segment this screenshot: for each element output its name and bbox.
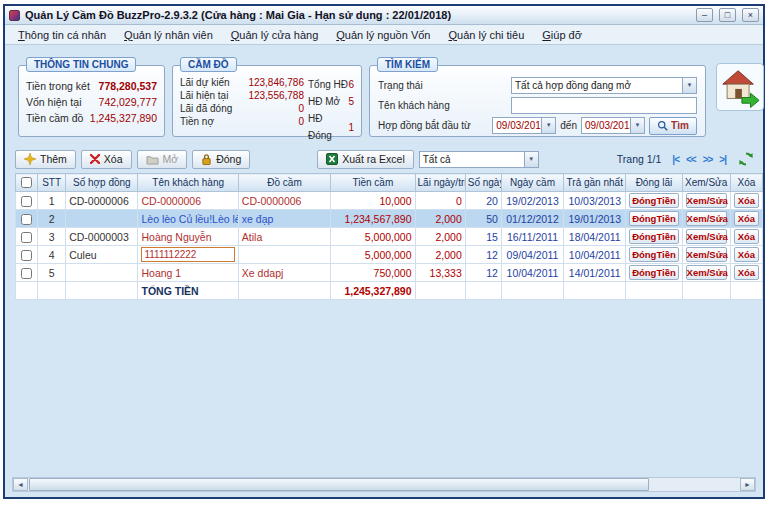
menu-capital[interactable]: Quản lý nguồn Vốn — [327, 26, 439, 44]
refresh-button[interactable] — [737, 150, 755, 168]
view-edit-button[interactable]: Xem/Sửa — [686, 247, 727, 262]
delete-row-button[interactable]: Xóa — [734, 193, 759, 208]
minimize-button[interactable]: – — [696, 8, 713, 22]
page-prev-button[interactable]: << — [686, 154, 696, 165]
pay-interest-button[interactable]: ĐóngTiền — [629, 229, 678, 244]
row-checkbox[interactable] — [21, 214, 32, 225]
cell-customer[interactable]: Hoang 1 — [138, 264, 238, 282]
cell-contract[interactable]: CD-0000003 — [66, 228, 138, 246]
cell-item[interactable]: Xe ddapj — [238, 264, 330, 282]
header-item[interactable]: Đồ cầm — [238, 174, 330, 192]
delete-row-button[interactable]: Xóa — [734, 247, 759, 262]
header-delete[interactable]: Xóa — [730, 174, 762, 192]
cell-stt[interactable]: 5 — [38, 264, 66, 282]
delete-row-button[interactable]: Xóa — [734, 229, 759, 244]
cell-last-payment[interactable]: 18/04/2011 — [564, 228, 626, 246]
cell-contract[interactable]: CD-0000006 — [66, 192, 138, 210]
delete-row-button[interactable]: Xóa — [734, 211, 759, 226]
cell-last-payment[interactable]: 19/01/2013 — [564, 210, 626, 228]
date-from-select[interactable]: 09/03/2010 ▼ — [492, 117, 556, 134]
cell-stt[interactable]: 3 — [38, 228, 66, 246]
page-first-button[interactable]: |< — [672, 154, 679, 165]
cell-pawn-date[interactable]: 09/04/2011 — [501, 246, 563, 264]
cell-rate[interactable]: 2,000 — [415, 246, 465, 264]
header-days[interactable]: Số ngày — [465, 174, 501, 192]
cell-item[interactable] — [238, 246, 330, 264]
cell-days[interactable]: 15 — [465, 228, 501, 246]
cell-contract[interactable]: Culeu — [66, 246, 138, 264]
horizontal-scrollbar[interactable]: ◄ ► — [12, 477, 756, 492]
status-select[interactable]: Tất cả hợp đồng đang mở ▼ — [511, 77, 697, 94]
scroll-right-icon[interactable]: ► — [740, 478, 755, 491]
cell-item[interactable]: Atila — [238, 228, 330, 246]
pay-interest-button[interactable]: ĐóngTiền — [629, 193, 678, 208]
cell-customer[interactable]: CD-0000006 — [138, 192, 238, 210]
menu-personal-info[interactable]: Thông tin cá nhân — [9, 26, 115, 44]
cell-pawn-date[interactable]: 16/11/2011 — [501, 228, 563, 246]
cell-customer[interactable]: Hoàng Nguyễn — [138, 228, 238, 246]
delete-row-button[interactable]: Xóa — [734, 265, 759, 280]
header-customer[interactable]: Tên khách hàng — [138, 174, 238, 192]
row-checkbox[interactable] — [21, 268, 32, 279]
cell-item[interactable]: xe đạp — [238, 210, 330, 228]
add-button[interactable]: Thêm — [15, 150, 76, 169]
cell-amount[interactable]: 5,000,000 — [331, 228, 415, 246]
close-window-button[interactable]: × — [742, 8, 759, 22]
header-rate[interactable]: Lãi ngày/triệu — [415, 174, 465, 192]
delete-button[interactable]: Xóa — [81, 150, 132, 169]
cell-item[interactable]: CD-0000006 — [238, 192, 330, 210]
maximize-button[interactable]: □ — [719, 8, 736, 22]
scroll-left-icon[interactable]: ◄ — [13, 478, 28, 491]
cell-amount[interactable]: 10,000 — [331, 192, 415, 210]
cell-pawn-date[interactable]: 10/04/2011 — [501, 264, 563, 282]
cell-rate[interactable]: 0 — [415, 192, 465, 210]
cell-days[interactable]: 20 — [465, 192, 501, 210]
cell-pawn-date[interactable]: 01/12/2012 — [501, 210, 563, 228]
page-last-button[interactable]: >| — [719, 154, 726, 165]
find-button[interactable]: Tìm — [649, 117, 697, 135]
cell-last-payment[interactable]: 14/01/2011 — [564, 264, 626, 282]
customer-edit-input[interactable] — [141, 247, 234, 262]
pay-interest-button[interactable]: ĐóngTiền — [629, 265, 678, 280]
row-checkbox[interactable] — [21, 232, 32, 243]
row-checkbox[interactable] — [21, 196, 32, 207]
cell-amount[interactable]: 5,000,000 — [331, 246, 415, 264]
cell-last-payment[interactable]: 10/04/2011 — [564, 246, 626, 264]
filter-select[interactable]: Tất cả ▼ — [419, 151, 539, 168]
header-stt[interactable]: STT — [38, 174, 66, 192]
view-edit-button[interactable]: Xem/Sửa — [686, 193, 727, 208]
customer-search-input[interactable] — [511, 97, 697, 114]
page-next-button[interactable]: >> — [703, 154, 713, 165]
header-pawn-date[interactable]: Ngày cầm — [501, 174, 563, 192]
pay-interest-button[interactable]: ĐóngTiền — [629, 211, 678, 226]
cell-rate[interactable]: 2,000 — [415, 228, 465, 246]
cell-contract[interactable] — [66, 210, 138, 228]
cell-contract[interactable] — [66, 264, 138, 282]
view-edit-button[interactable]: Xem/Sửa — [686, 211, 727, 226]
header-contract[interactable]: Số hợp đồng — [66, 174, 138, 192]
header-pay-interest[interactable]: Đóng lãi — [626, 174, 682, 192]
view-edit-button[interactable]: Xem/Sửa — [686, 265, 727, 280]
menu-store[interactable]: Quản lý cửa hàng — [222, 26, 327, 44]
menu-staff[interactable]: Quản lý nhân viên — [115, 26, 222, 44]
header-view-edit[interactable]: Xem/Sửa — [682, 174, 730, 192]
home-button[interactable] — [716, 63, 764, 111]
dropdown-arrow-icon[interactable]: ▼ — [524, 152, 538, 167]
cell-customer[interactable]: Lèo lèo Củ lều!Lèo lè... — [138, 210, 238, 228]
close-contract-button[interactable]: Đóng — [192, 150, 250, 169]
cell-pawn-date[interactable]: 19/02/2013 — [501, 192, 563, 210]
header-amount[interactable]: Tiền cầm — [331, 174, 415, 192]
cell-stt[interactable]: 1 — [38, 192, 66, 210]
cell-stt[interactable]: 4 — [38, 246, 66, 264]
cell-last-payment[interactable]: 10/03/2013 — [564, 192, 626, 210]
view-edit-button[interactable]: Xem/Sửa — [686, 229, 727, 244]
export-excel-button[interactable]: Xuất ra Excel — [317, 150, 413, 169]
cell-days[interactable]: 50 — [465, 210, 501, 228]
dropdown-arrow-icon[interactable]: ▼ — [541, 118, 555, 133]
menu-help[interactable]: Giúp đỡ — [533, 26, 591, 44]
open-button[interactable]: Mở — [137, 150, 188, 169]
cell-amount[interactable]: 750,000 — [331, 264, 415, 282]
date-to-select[interactable]: 09/03/2013 ▼ — [581, 117, 645, 134]
cell-days[interactable]: 12 — [465, 246, 501, 264]
cell-rate[interactable]: 2,000 — [415, 210, 465, 228]
